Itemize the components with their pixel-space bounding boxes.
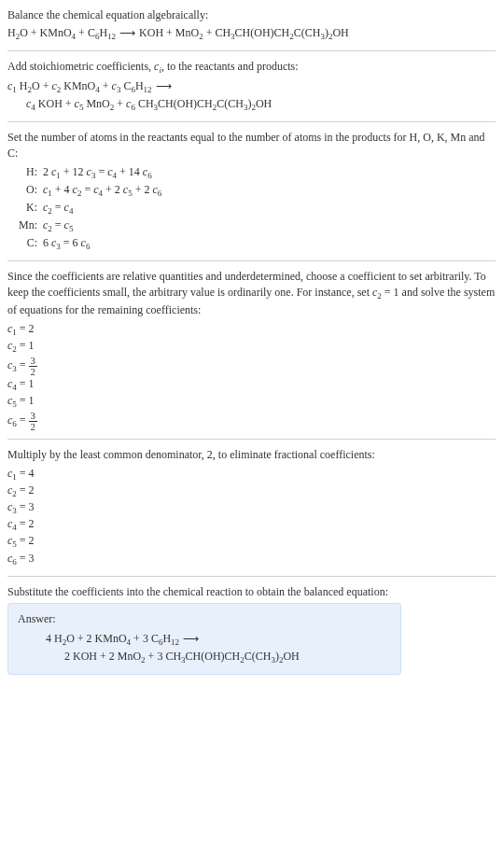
coeff-c1: c1 = 2: [7, 322, 496, 339]
section-solve: Since the coefficients are relative quan…: [7, 269, 496, 431]
atom-row-o: O: c1 + 4 c2 = c4 + 2 c5 + 2 c6: [7, 182, 496, 200]
balance-title: Balance the chemical equation algebraica…: [7, 7, 496, 23]
solve-title: Since the coefficients are relative quan…: [7, 269, 496, 318]
atom-row-h: H: 2 c1 + 12 c3 = c4 + 14 c6: [7, 164, 496, 182]
divider: [7, 50, 496, 51]
atom-eq: c2 = c5: [43, 217, 73, 235]
fractional-coeffs: c1 = 2 c2 = 1 c3 = 32 c4 = 1 c5 = 1 c6 =…: [7, 322, 496, 432]
coeff-c6: c6 = 32: [7, 411, 496, 432]
stoich-line1: c1 H2O + c2 KMnO4 + c3 C6H12⟶: [7, 78, 496, 96]
atom-row-c: C: 6 c3 = 6 c6: [7, 235, 496, 253]
atom-label: C:: [7, 235, 43, 251]
section-substitute: Substitute the coefficients into the che…: [7, 584, 496, 676]
integer-coeffs: c1 = 4 c2 = 2 c3 = 3 c4 = 2 c5 = 2 c6 = …: [7, 467, 496, 567]
atom-label: K:: [7, 200, 43, 216]
stoich-title-b: , to the reactants and products:: [161, 60, 299, 73]
coeff-c5: c5 = 2: [7, 534, 496, 551]
balanced-line2: 2 KOH + 2 MnO2 + 3 CH3CH(OH)CH2C(CH3)2OH: [64, 649, 391, 666]
coeff-c4: c4 = 1: [7, 377, 496, 394]
coeff-c5: c5 = 1: [7, 394, 496, 411]
unbalanced-equation: H2O + KMnO4 + C6H12⟶KOH + MnO2 + CH3CH(O…: [7, 25, 496, 43]
atom-eq: c1 + 4 c2 = c4 + 2 c5 + 2 c6: [43, 182, 161, 200]
stoich-equation: c1 H2O + c2 KMnO4 + c3 C6H12⟶ c4 KOH + c…: [7, 78, 496, 114]
section-stoich: Add stoichiometric coefficients, ci, to …: [7, 59, 496, 114]
coeff-c4: c4 = 2: [7, 517, 496, 534]
section-multiply: Multiply by the least common denominator…: [7, 447, 496, 567]
answer-box: Answer: 4 H2O + 2 KMnO4 + 3 C6H12⟶ 2 KOH…: [7, 603, 401, 675]
divider: [7, 260, 496, 261]
atom-equations: H: 2 c1 + 12 c3 = c4 + 14 c6 O: c1 + 4 c…: [7, 164, 496, 253]
ci-symbol: ci: [154, 60, 161, 73]
coeff-c3: c3 = 3: [7, 500, 496, 517]
atoms-title: Set the number of atoms in the reactants…: [7, 130, 496, 161]
atom-label: O:: [7, 182, 43, 198]
coeff-c2: c2 = 1: [7, 339, 496, 356]
balanced-line1: 4 H2O + 2 KMnO4 + 3 C6H12⟶: [46, 631, 391, 649]
atom-row-mn: Mn: c2 = c5: [7, 217, 496, 235]
stoich-line2: c4 KOH + c5 MnO2 + c6 CH3CH(OH)CH2C(CH3)…: [26, 96, 496, 114]
substitute-title: Substitute the coefficients into the che…: [7, 584, 496, 600]
atom-label: H:: [7, 164, 43, 180]
stoich-title-a: Add stoichiometric coefficients,: [7, 60, 154, 73]
atom-eq: 2 c1 + 12 c3 = c4 + 14 c6: [43, 164, 152, 182]
coeff-c2: c2 = 2: [7, 483, 496, 500]
section-atoms: Set the number of atoms in the reactants…: [7, 130, 496, 254]
divider: [7, 439, 496, 440]
answer-label: Answer:: [18, 611, 391, 627]
divider: [7, 576, 496, 577]
coeff-c6: c6 = 3: [7, 552, 496, 568]
coeff-c3: c3 = 32: [7, 356, 496, 377]
stoich-title: Add stoichiometric coefficients, ci, to …: [7, 59, 496, 77]
atom-eq: c2 = c4: [43, 200, 73, 217]
multiply-title: Multiply by the least common denominator…: [7, 447, 496, 463]
section-balance-title: Balance the chemical equation algebraica…: [7, 7, 496, 43]
divider: [7, 121, 496, 122]
atom-label: Mn:: [7, 217, 43, 233]
atom-row-k: K: c2 = c4: [7, 200, 496, 217]
atom-eq: 6 c3 = 6 c6: [43, 235, 90, 253]
balanced-equation: 4 H2O + 2 KMnO4 + 3 C6H12⟶ 2 KOH + 2 MnO…: [46, 631, 391, 666]
coeff-c1: c1 = 4: [7, 467, 496, 483]
